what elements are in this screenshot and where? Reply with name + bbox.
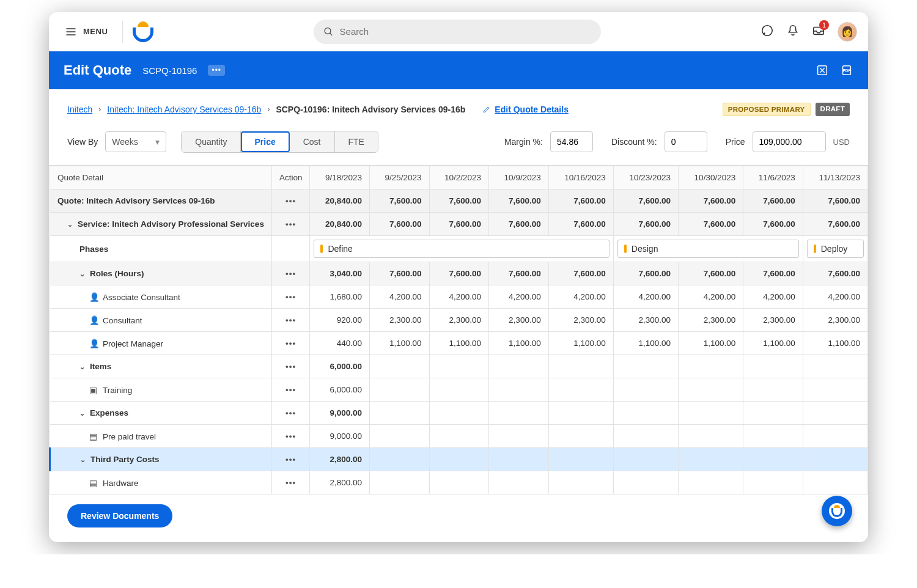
breadcrumb-current: SCPQ-10196: Initech Advisory Services 09… — [276, 105, 465, 114]
page-header: Edit Quote SCPQ-10196 ••• PDF — [49, 51, 868, 89]
row-actions-button[interactable]: ••• — [285, 292, 296, 301]
table-row-role[interactable]: 👤Consultant ••• 920.00 2,300.00 2,300.00… — [50, 309, 868, 332]
workday-logo-icon — [829, 503, 845, 519]
pencil-icon — [482, 105, 491, 114]
table-row-item[interactable]: ▣Training ••• 6,000.00 — [50, 378, 868, 402]
col-date: 10/16/2023 — [548, 166, 613, 189]
col-date: 9/18/2023 — [310, 166, 370, 189]
hamburger-icon — [65, 26, 77, 38]
chat-icon — [760, 24, 774, 37]
tab-fte[interactable]: FTE — [335, 131, 378, 152]
price-input[interactable] — [753, 131, 826, 152]
export-excel-icon[interactable] — [816, 64, 829, 77]
review-documents-button[interactable]: Review Documents — [67, 504, 172, 527]
table-row-service[interactable]: ⌄Service: Initech Advisory Professional … — [50, 213, 868, 236]
search-icon — [323, 26, 334, 37]
breadcrumb: Initech › Initech: Initech Advisory Serv… — [49, 89, 868, 122]
discount-input[interactable] — [665, 131, 707, 152]
col-date: 10/9/2023 — [489, 166, 549, 189]
status-badge-draft: DRAFT — [816, 103, 850, 116]
chevron-down-icon[interactable]: ⌄ — [67, 221, 73, 229]
col-date: 10/30/2023 — [679, 166, 743, 189]
table-row-quote[interactable]: Quote: Initech Advisory Services 09-16b … — [50, 189, 868, 213]
chevron-down-icon: ▾ — [155, 137, 160, 147]
table-row-role[interactable]: 👤Associate Consultant ••• 1,680.00 4,200… — [50, 285, 868, 309]
chevron-right-icon: › — [98, 105, 101, 114]
status-badge-primary: PROPOSED PRIMARY — [723, 103, 811, 116]
col-action: Action — [271, 166, 310, 189]
phase-define[interactable]: Define — [314, 240, 609, 258]
row-actions-button[interactable]: ••• — [285, 432, 296, 441]
phase-deploy[interactable]: Deploy — [807, 240, 864, 258]
metric-toggle-group: Quantity Price Cost FTE — [181, 131, 378, 153]
main-menu-button[interactable]: MENU — [60, 22, 112, 42]
col-date: 9/25/2023 — [369, 166, 429, 189]
tab-cost[interactable]: Cost — [290, 131, 335, 152]
divider — [122, 21, 123, 43]
menu-label: MENU — [83, 27, 108, 36]
phase-design[interactable]: Design — [617, 240, 799, 258]
row-actions-button[interactable]: ••• — [285, 269, 296, 278]
currency-label: USD — [833, 138, 850, 147]
row-actions-button[interactable]: ••• — [285, 196, 296, 205]
footer-bar: Review Documents — [49, 494, 868, 542]
row-actions-button[interactable]: ••• — [285, 478, 296, 487]
quote-id: SCPQ-10196 — [142, 65, 197, 76]
search-input[interactable] — [340, 26, 591, 37]
avatar[interactable]: 👩 — [838, 22, 857, 42]
table-row-expenses[interactable]: ⌄Expenses ••• 9,000.00 — [50, 402, 868, 425]
cube-icon: ▣ — [89, 385, 98, 395]
col-quote-detail: Quote Detail — [50, 166, 272, 189]
edit-quote-details-link[interactable]: Edit Quote Details — [482, 105, 569, 114]
chevron-right-icon: › — [267, 105, 270, 114]
view-by-select[interactable]: Weeks ▾ — [105, 131, 166, 152]
chat-button[interactable] — [760, 24, 774, 39]
table-row-third-party-item[interactable]: ▤Hardware ••• 2,800.00 — [50, 471, 868, 494]
table-row-third-party[interactable]: ⌄Third Party Costs ••• 2,800.00 — [50, 448, 868, 471]
row-actions-button[interactable]: ••• — [285, 455, 296, 464]
workday-logo-icon[interactable] — [133, 21, 153, 42]
chevron-down-icon[interactable]: ⌄ — [79, 363, 85, 371]
row-actions-button[interactable]: ••• — [285, 385, 296, 394]
notifications-button[interactable] — [786, 24, 800, 39]
col-date: 10/23/2023 — [613, 166, 678, 189]
col-date: 11/13/2023 — [803, 166, 867, 189]
col-date: 11/6/2023 — [743, 166, 803, 189]
margin-input[interactable] — [550, 131, 593, 152]
table-row-expense[interactable]: ▤Pre paid travel ••• 9,000.00 — [50, 425, 868, 448]
table-header-row: Quote Detail Action 9/18/2023 9/25/2023 … — [50, 166, 868, 189]
top-app-bar: MENU 1 👩 — [49, 12, 868, 51]
chevron-down-icon[interactable]: ⌄ — [79, 270, 85, 278]
help-fab[interactable] — [822, 496, 852, 526]
receipt-icon: ▤ — [89, 432, 98, 441]
inbox-button[interactable]: 1 — [812, 24, 825, 39]
chevron-down-icon[interactable]: ⌄ — [79, 410, 85, 417]
person-icon: 👤 — [89, 292, 98, 302]
table-row-roles[interactable]: ⌄Roles (Hours) ••• 3,040.00 7,600.00 7,6… — [50, 262, 868, 285]
breadcrumb-link-2[interactable]: Initech: Initech Advisory Services 09-16… — [107, 105, 261, 114]
chevron-down-icon[interactable]: ⌄ — [80, 456, 86, 464]
margin-label: Margin %: — [504, 137, 543, 147]
person-icon: 👤 — [89, 339, 98, 348]
quote-detail-grid[interactable]: Quote Detail Action 9/18/2023 9/25/2023 … — [49, 165, 868, 494]
tab-quantity[interactable]: Quantity — [182, 131, 241, 152]
table-row-phases: Phases Define Design Deploy — [50, 236, 868, 262]
table-row-role[interactable]: 👤Project Manager ••• 440.00 1,100.00 1,1… — [50, 332, 868, 355]
header-more-button[interactable]: ••• — [208, 65, 225, 76]
tab-price[interactable]: Price — [241, 131, 289, 152]
export-pdf-icon[interactable]: PDF — [840, 64, 853, 77]
row-actions-button[interactable]: ••• — [285, 315, 296, 325]
row-actions-button[interactable]: ••• — [285, 339, 296, 348]
svg-point-0 — [325, 28, 331, 34]
row-actions-button[interactable]: ••• — [285, 408, 296, 417]
bell-icon — [786, 24, 800, 37]
receipt-icon: ▤ — [89, 478, 98, 488]
row-actions-button[interactable]: ••• — [285, 362, 296, 371]
table-row-items[interactable]: ⌄Items ••• 6,000.00 — [50, 355, 868, 378]
breadcrumb-link-1[interactable]: Initech — [67, 105, 92, 114]
global-search[interactable] — [314, 20, 601, 44]
price-label: Price — [726, 137, 745, 147]
discount-label: Discount %: — [611, 137, 657, 147]
person-icon: 👤 — [89, 315, 98, 325]
row-actions-button[interactable]: ••• — [285, 219, 296, 229]
